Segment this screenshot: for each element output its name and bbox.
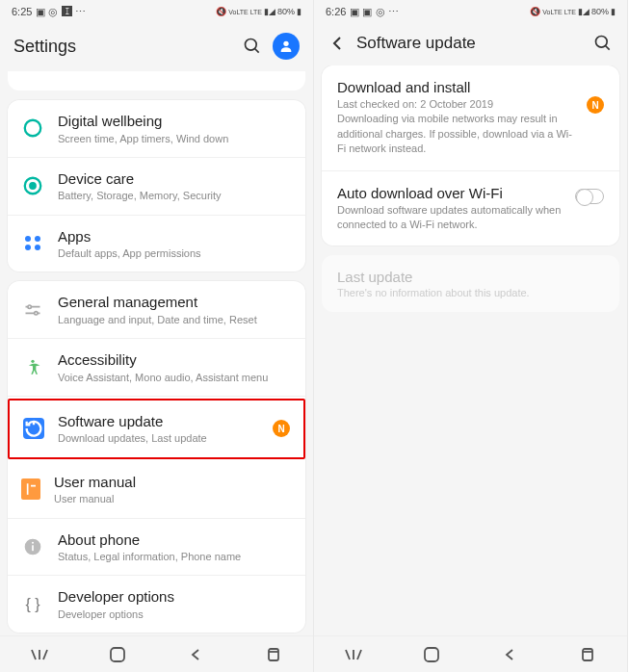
item-title: Software update	[58, 412, 259, 431]
item-user-manual[interactable]: User manual User manual	[8, 461, 305, 519]
notification-badge: N	[273, 420, 290, 437]
signal-icon: ▮◢	[578, 7, 590, 16]
recents-button[interactable]	[343, 644, 364, 665]
svg-line-26	[357, 650, 361, 659]
item-sub: Default apps, App permissions	[58, 246, 292, 260]
status-time: 6:25	[12, 6, 32, 17]
dev-icon: { }	[21, 593, 44, 616]
item-sub: Download software updates automatically …	[337, 203, 565, 233]
side-panel-button[interactable]	[577, 644, 598, 665]
item-sub: User manual	[54, 492, 292, 505]
item-device-care[interactable]: Device care Battery, Storage, Memory, Se…	[8, 158, 305, 216]
side-panel-button[interactable]	[263, 644, 284, 665]
status-notif-icons: ▣ ▣ ◎ ⋯	[350, 6, 398, 18]
last-update-card: Last update There's no information about…	[322, 255, 619, 312]
svg-point-0	[246, 39, 257, 51]
item-sub: Screen time, App timers, Wind down	[58, 132, 292, 145]
status-time: 6:26	[326, 6, 346, 17]
update-options-card: Download and install Last checked on: 2 …	[322, 65, 619, 246]
info-icon	[21, 535, 44, 558]
previous-card-peek	[8, 71, 305, 90]
home-button[interactable]	[421, 644, 442, 665]
item-title: Accessibility	[58, 350, 292, 370]
sliders-icon	[21, 298, 44, 322]
svg-line-24	[346, 650, 350, 659]
status-notif-icons: ▣ ◎ 🅸 ⋯	[36, 6, 85, 18]
back-icon[interactable]	[328, 34, 347, 53]
page-title: Software update	[356, 34, 583, 53]
software-update-screen: 6:26 ▣ ▣ ◎ ⋯ 🔇 VoLTE LTE ▮◢ 80% ▮ Softwa…	[314, 0, 628, 672]
item-download-install[interactable]: Download and install Last checked on: 2 …	[322, 65, 619, 171]
highlight-box: Software update Download updates, Last u…	[8, 399, 305, 459]
item-about-phone[interactable]: About phone Status, Legal information, P…	[8, 519, 305, 577]
battery-icon: ▮	[297, 7, 301, 16]
profile-icon[interactable]	[273, 33, 300, 60]
item-sub: There's no information about this update…	[337, 287, 604, 298]
recents-button[interactable]	[29, 644, 50, 665]
item-sub: Status, Legal information, Phone name	[58, 550, 292, 563]
item-accessibility[interactable]: Accessibility Voice Assistant, Mono audi…	[8, 339, 305, 397]
item-developer-options[interactable]: { } Developer options Developer options	[8, 576, 305, 633]
item-sub: Download updates, Last update	[58, 431, 259, 445]
svg-rect-20	[269, 649, 278, 660]
signal-icon: ▮◢	[264, 7, 275, 16]
device-care-icon	[21, 174, 44, 197]
battery-icon: ▮	[611, 7, 616, 16]
svg-point-9	[35, 311, 38, 314]
nav-bar	[314, 635, 627, 672]
item-title: General management	[58, 293, 292, 312]
item-title: About phone	[58, 530, 292, 550]
item-title: Apps	[58, 227, 292, 246]
battery-pct: 80%	[277, 7, 295, 16]
status-bar: 6:26 ▣ ▣ ◎ ⋯ 🔇 VoLTE LTE ▮◢ 80% ▮	[314, 0, 627, 23]
settings-list[interactable]: Digital wellbeing Screen time, App timer…	[0, 71, 313, 635]
item-software-update[interactable]: Software update Download updates, Last u…	[10, 401, 303, 457]
item-sub: Voice Assistant, Mono audio, Assistant m…	[58, 371, 292, 384]
mute-icon: 🔇	[216, 7, 226, 16]
item-digital-wellbeing[interactable]: Digital wellbeing Screen time, App timer…	[8, 100, 305, 158]
item-sub: Last checked on: 2 October 2019 Download…	[337, 97, 577, 157]
item-title: Download and install	[337, 79, 577, 95]
update-icon	[23, 418, 44, 439]
mute-icon: 🔇	[530, 7, 540, 16]
wifi-toggle[interactable]	[575, 189, 604, 204]
item-sub: Developer options	[58, 607, 292, 621]
settings-header: Settings	[0, 23, 313, 71]
item-title: Developer options	[58, 587, 292, 607]
settings-group-1: Digital wellbeing Screen time, App timer…	[8, 100, 305, 271]
svg-point-10	[31, 359, 34, 362]
wellbeing-icon	[21, 116, 44, 140]
item-sub: Language and input, Date and time, Reset	[58, 313, 292, 326]
status-bar: 6:25 ▣ ◎ 🅸 ⋯ 🔇 VoLTE LTE ▮◢ 80% ▮	[0, 0, 313, 23]
svg-point-2	[283, 41, 288, 46]
search-icon[interactable]	[242, 36, 263, 57]
nav-bar	[0, 635, 313, 672]
svg-line-18	[43, 650, 47, 659]
svg-rect-27	[425, 648, 438, 661]
svg-line-16	[32, 650, 36, 659]
battery-pct: 80%	[591, 7, 609, 16]
accessibility-icon	[21, 356, 44, 379]
item-sub: Battery, Storage, Memory, Security	[58, 189, 292, 202]
item-general-management[interactable]: General management Language and input, D…	[8, 281, 305, 339]
page-title: Settings	[13, 37, 232, 57]
svg-point-5	[30, 183, 36, 189]
home-button[interactable]	[107, 644, 128, 665]
item-apps[interactable]: Apps Default apps, App permissions	[8, 216, 305, 272]
manual-icon	[21, 478, 40, 500]
svg-point-3	[25, 120, 41, 137]
svg-point-15	[32, 542, 34, 544]
back-button[interactable]	[185, 644, 206, 665]
svg-rect-19	[111, 648, 124, 661]
item-title: Digital wellbeing	[58, 112, 292, 131]
notification-badge: N	[587, 96, 604, 114]
apps-icon	[21, 232, 44, 255]
svg-point-22	[596, 37, 608, 48]
item-title: User manual	[54, 473, 292, 492]
search-icon[interactable]	[592, 33, 614, 54]
item-auto-download[interactable]: Auto download over Wi-Fi Download softwa…	[322, 171, 619, 246]
svg-line-1	[255, 49, 259, 53]
item-title: Auto download over Wi-Fi	[337, 185, 565, 201]
back-button[interactable]	[499, 644, 520, 665]
update-content: Download and install Last checked on: 2 …	[314, 65, 627, 635]
